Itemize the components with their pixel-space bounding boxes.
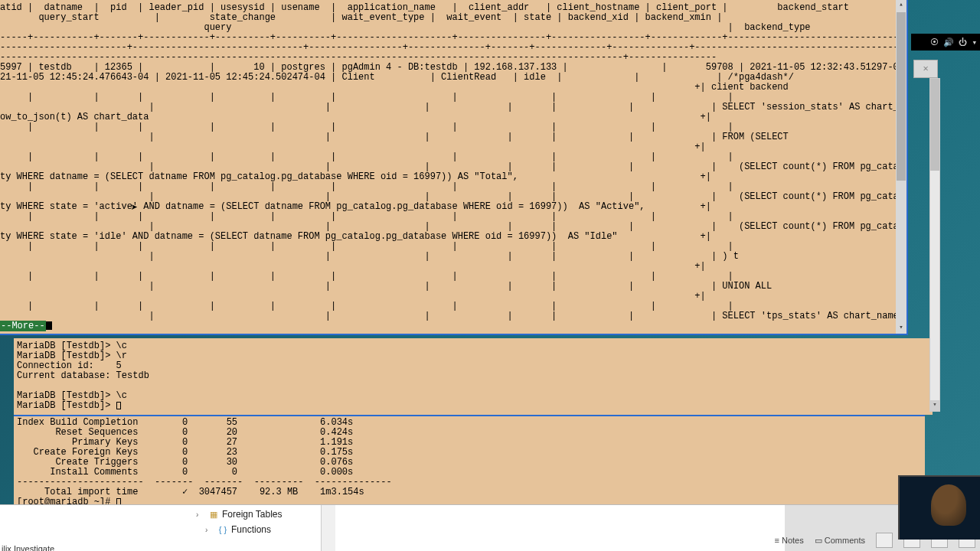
psql-pager-pane: atid | datname | pid | leader_pid | uses… bbox=[0, 0, 908, 335]
chevron-right-icon[interactable]: › bbox=[196, 510, 205, 519]
foreign-table-icon: ▦ bbox=[208, 509, 219, 520]
upper-scrollbar[interactable]: ▴ ▾ bbox=[896, 0, 906, 334]
scroll-thumb[interactable] bbox=[897, 12, 906, 181]
import-summary-pane[interactable]: Index Build Completion 0 55 6.034s Reset… bbox=[14, 415, 925, 505]
comments-button[interactable]: ▭ Comments bbox=[815, 536, 865, 546]
scroll-down-icon[interactable]: ▾ bbox=[930, 400, 939, 411]
tree-label: Foreign Tables bbox=[222, 509, 283, 520]
tree-item-foreign-tables[interactable]: › ▦ Foreign Tables bbox=[196, 507, 321, 522]
status-bar-left: ilix Investigate bbox=[2, 544, 54, 551]
presenter-face bbox=[931, 484, 966, 526]
scroll-up-icon[interactable]: ▴ bbox=[896, 0, 906, 11]
pgadmin-content bbox=[335, 505, 785, 551]
function-icon: { } bbox=[217, 524, 228, 535]
chevron-right-icon[interactable]: › bbox=[205, 526, 214, 534]
scroll-down-icon[interactable]: ▾ bbox=[896, 323, 906, 334]
gnome-top-bar[interactable]: ⦿ 🔊 ⏻ ▾ bbox=[911, 34, 980, 51]
desktop-background: atid | datname | pid | leader_pid | uses… bbox=[0, 0, 980, 551]
universal-access-icon[interactable]: ⦿ bbox=[930, 37, 939, 47]
tree-label: Functions bbox=[231, 524, 271, 535]
dropdown-icon[interactable]: ▾ bbox=[972, 37, 977, 47]
tree-item-functions[interactable]: › { } Functions bbox=[196, 522, 321, 537]
volume-icon[interactable]: 🔊 bbox=[943, 37, 954, 47]
window-close-button[interactable]: ✕ bbox=[913, 60, 938, 78]
psql-output: atid | datname | pid | leader_pid | uses… bbox=[0, 0, 896, 334]
power-icon[interactable]: ⏻ bbox=[959, 37, 967, 47]
scroll-thumb[interactable] bbox=[930, 79, 939, 171]
editor-scrollbar[interactable]: ▴ ▾ bbox=[929, 78, 940, 412]
notes-button[interactable]: ≡ Notes bbox=[775, 536, 804, 545]
view-normal-icon[interactable] bbox=[876, 533, 893, 548]
mariadb-shell-pane[interactable]: MariaDB [Testdb]> \c MariaDB [Testdb]> \… bbox=[14, 338, 933, 415]
presenter-webcam bbox=[898, 475, 980, 540]
